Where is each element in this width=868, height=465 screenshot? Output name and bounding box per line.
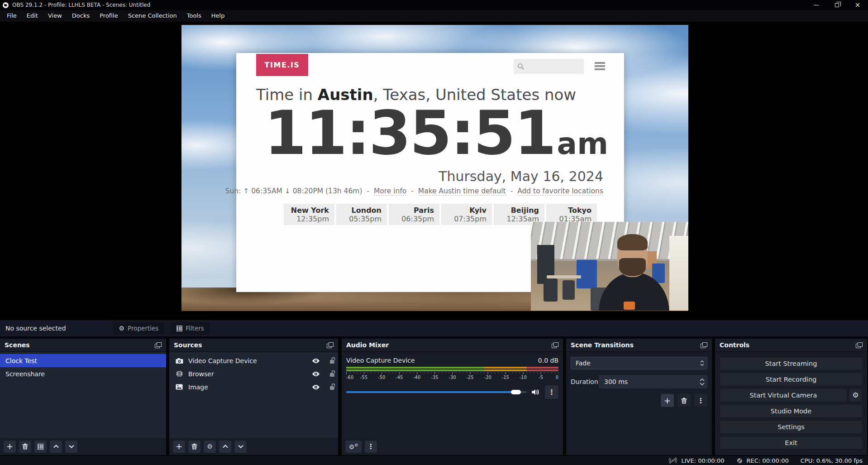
lock-toggle[interactable] — [326, 357, 338, 364]
meter-tick-labels: -60 -55 -50 -45 -40 -35 -30 -25 -20 -15 … — [346, 375, 558, 381]
source-item-video-capture[interactable]: Video Capture Device — [169, 354, 338, 367]
tick-label: -30 — [448, 375, 456, 380]
filters-icon — [38, 444, 43, 450]
menu-bar: File Edit View Docks Profile Scene Colle… — [0, 10, 868, 22]
transition-options-button[interactable]: ⋮ — [694, 394, 707, 407]
speaker-icon[interactable] — [531, 388, 540, 396]
add-scene-button[interactable]: + — [4, 441, 16, 453]
popout-icon[interactable] — [327, 342, 334, 348]
scene-item-screenshare[interactable]: Screenshare — [0, 367, 166, 380]
add-transition-button[interactable]: + — [661, 394, 674, 407]
scene-filters-button[interactable] — [34, 441, 47, 453]
move-scene-down-button[interactable] — [65, 441, 77, 453]
lock-toggle[interactable] — [326, 370, 338, 377]
add-source-button[interactable]: + — [173, 441, 185, 453]
move-source-down-button[interactable] — [234, 441, 247, 453]
menu-edit[interactable]: Edit — [22, 10, 43, 22]
visibility-toggle[interactable] — [310, 371, 322, 377]
source-properties-button[interactable]: ⚙ — [204, 441, 216, 453]
source-item-image[interactable]: Image — [169, 380, 338, 393]
source-item-browser[interactable]: Browser — [169, 367, 338, 380]
scenes-list: Clock Test Screenshare — [0, 352, 166, 438]
lock-icon — [329, 357, 335, 364]
channel-options-button[interactable]: ⋮ — [545, 385, 558, 399]
tick-label: -5 — [539, 375, 543, 380]
menu-file[interactable]: File — [2, 10, 22, 22]
make-default-link: Make Austin time default — [418, 187, 506, 196]
scene-item-clock-test[interactable]: Clock Test — [0, 354, 166, 367]
properties-label: Properties — [128, 325, 158, 332]
trash-icon — [191, 443, 197, 450]
menu-view[interactable]: View — [43, 10, 67, 22]
globe-icon — [175, 370, 184, 377]
transition-select[interactable]: Fade — [571, 357, 707, 369]
meter-strip-right — [346, 369, 558, 371]
popout-icon[interactable] — [701, 342, 707, 348]
source-label: Image — [188, 384, 208, 391]
volume-slider-handle[interactable] — [511, 390, 521, 394]
sun-info: Sun: ↑ 06:35AM ↓ 08:20PM (13h 46m) — [225, 187, 362, 195]
popout-icon[interactable] — [856, 342, 863, 348]
properties-button[interactable]: ⚙ Properties — [113, 322, 165, 335]
timeis-search-box — [514, 59, 584, 74]
preview-canvas[interactable]: TIME.IS Time in Austin, Texas, United St… — [181, 25, 688, 311]
visibility-toggle[interactable] — [310, 384, 322, 390]
settings-button[interactable]: Settings — [720, 420, 863, 434]
webcam-partition — [577, 260, 597, 288]
restore-button[interactable] — [826, 0, 847, 10]
menu-scene-collection[interactable]: Scene Collection — [123, 10, 182, 22]
timeis-clock-row: 11:35:51 am — [264, 100, 608, 167]
chevron-down-icon — [700, 364, 704, 366]
webcam-window — [669, 236, 688, 311]
webcam-table — [547, 275, 582, 279]
minimize-button[interactable] — [806, 0, 826, 10]
person-beard — [619, 258, 646, 276]
source-status-text: No source selected — [5, 325, 66, 332]
image-icon — [175, 384, 184, 390]
scenes-toolbar: + — [0, 438, 166, 455]
close-button[interactable]: × — [847, 0, 868, 10]
start-streaming-button[interactable]: Start Streaming — [720, 357, 863, 370]
volume-slider-track[interactable] — [346, 391, 527, 393]
duration-label: Duration — [571, 378, 599, 385]
menu-help[interactable]: Help — [206, 10, 230, 22]
city-name: Tokyo — [546, 206, 591, 215]
move-scene-up-button[interactable] — [50, 441, 62, 453]
advanced-audio-button[interactable]: ⚙⚙ — [345, 441, 362, 453]
studio-mode-button[interactable]: Studio Mode — [720, 404, 863, 418]
separator: - — [411, 187, 414, 195]
menu-profile[interactable]: Profile — [95, 10, 123, 22]
filters-button[interactable]: Filters — [171, 322, 210, 335]
minimize-icon — [814, 5, 819, 5]
lock-toggle[interactable] — [326, 384, 338, 390]
plus-icon: + — [6, 442, 13, 451]
spin-up-icon[interactable] — [700, 379, 705, 381]
clock-time: 11:35:51 — [264, 100, 555, 167]
exit-button[interactable]: Exit — [720, 436, 863, 450]
menu-docks[interactable]: Docks — [67, 10, 95, 22]
mixer-options-button[interactable]: ⋮ — [365, 441, 377, 453]
city-time: 07:35pm — [441, 215, 486, 223]
city-name: New York — [284, 206, 329, 215]
visibility-toggle[interactable] — [310, 358, 322, 364]
remove-scene-button[interactable] — [19, 441, 31, 453]
popout-icon[interactable] — [155, 342, 162, 348]
webcam-source[interactable] — [531, 222, 688, 311]
spin-down-icon[interactable] — [700, 383, 705, 385]
virtual-camera-settings-button[interactable]: ⚙ — [849, 388, 863, 402]
duration-spinbox[interactable]: 300 ms — [599, 375, 707, 388]
audio-mixer-dock: Audio Mixer Video Capture Device 0.0 dB … — [342, 339, 563, 455]
move-source-up-button[interactable] — [219, 441, 231, 453]
trash-icon — [681, 398, 687, 404]
popout-icon[interactable] — [552, 342, 558, 348]
start-virtual-camera-button[interactable]: Start Virtual Camera — [720, 388, 847, 402]
menu-tools[interactable]: Tools — [182, 10, 206, 22]
scenes-header: Scenes — [0, 339, 166, 352]
person-hair — [617, 234, 647, 250]
gear-icon: ⚙ — [207, 443, 213, 450]
remove-transition-button[interactable] — [677, 394, 691, 407]
city-name: Paris — [389, 206, 434, 215]
remove-source-button[interactable] — [188, 441, 200, 453]
start-recording-button[interactable]: Start Recording — [720, 373, 863, 386]
duration-value: 300 ms — [599, 378, 628, 385]
